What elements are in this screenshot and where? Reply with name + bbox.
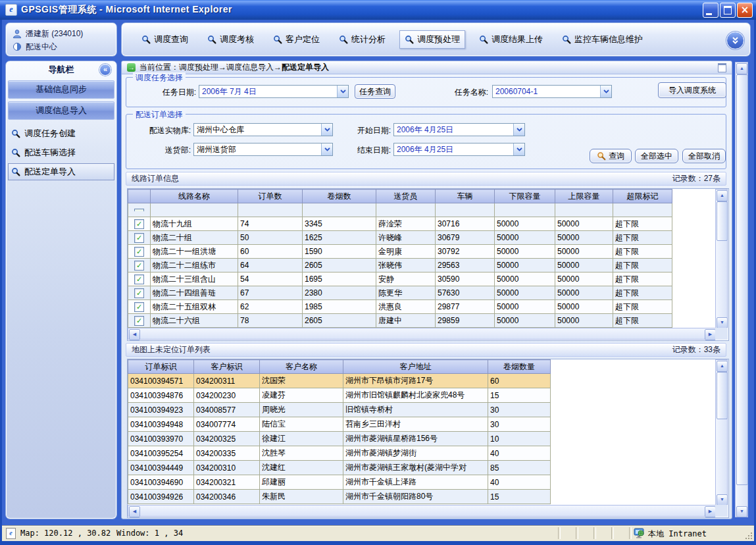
dropdown-arrow-icon[interactable] (321, 143, 332, 155)
close-button[interactable]: × (737, 3, 753, 18)
table-cell: 陆信宝 (260, 417, 343, 432)
row-checkbox[interactable]: ✓ (134, 288, 144, 298)
end-date-select[interactable]: 2006年 4月25日 (393, 143, 525, 156)
scroll-down-icon[interactable]: ▼ (717, 494, 728, 506)
order-table-area: 订单标识客户标识客户名称客户地址卷烟数量03410039457103420031… (127, 359, 729, 518)
dropdown-arrow-icon[interactable] (513, 143, 524, 155)
checkbox-clipped-icon (134, 209, 144, 211)
order-table-hscrollbar[interactable]: ◀ ▶ (128, 505, 716, 517)
table-row[interactable]: ✓物流二十组501625许晓峰306795000050000超下限 (128, 231, 672, 245)
row-checkbox[interactable]: ✓ (134, 219, 144, 229)
table-row[interactable]: 034100394923034008577周晓光旧馆镇寺桥村30 (128, 403, 551, 417)
scroll-up-icon[interactable]: ▲ (717, 361, 728, 372)
table-row[interactable]: 034100394876034200230凌建芬湖州市旧馆镇麒麟村北凌家兜48号… (128, 388, 551, 403)
scroll-down-icon[interactable]: ▼ (736, 506, 747, 517)
scroll-up-icon[interactable]: ▲ (717, 190, 728, 201)
scroll-left-icon[interactable]: ◀ (129, 329, 140, 340)
table-cell: 2380 (303, 286, 376, 300)
scrollbar-thumb[interactable] (736, 74, 748, 485)
table-row[interactable]: ✓物流二十四组善琏672380陈更华576305000050000超下限 (128, 286, 672, 300)
sidebar-collapse-button[interactable]: « (99, 64, 111, 76)
table-cell: 30 (488, 417, 551, 432)
sidebar-group-button[interactable]: 调度信息导入 (8, 101, 114, 120)
panel-collapse-icon[interactable] (718, 63, 726, 72)
table-row[interactable]: 034100394690034200321邱建丽湖州市千金镇上泽路40 (128, 475, 551, 490)
resize-grip[interactable] (745, 532, 753, 540)
scroll-down-icon[interactable]: ▼ (717, 317, 728, 328)
task-date-select[interactable]: 2006年 7月 4日 (199, 85, 349, 98)
row-checkbox[interactable]: ✓ (134, 261, 144, 271)
table-row[interactable]: 034100394948034007774陆信宝苕南乡三田洋村30 (128, 417, 551, 432)
minimize-button[interactable] (703, 3, 718, 18)
maximize-icon (724, 6, 732, 14)
table-cell: 034100394571 (128, 374, 194, 388)
table-cell: 50000 (555, 300, 613, 314)
column-header: 车辆 (436, 190, 495, 203)
table-row[interactable]: ✓物流二十五组双林621985洪惠良298775000050000超下限 (128, 300, 672, 314)
scroll-right-icon[interactable]: ▶ (705, 506, 716, 517)
dropdown-arrow-icon[interactable] (321, 124, 332, 136)
sidebar-item[interactable]: 调度任务创建 (8, 125, 114, 142)
table-cell: 50000 (495, 217, 555, 231)
row-checkbox[interactable]: ✓ (134, 302, 144, 312)
dropdown-arrow-icon[interactable] (600, 86, 611, 97)
dropdown-arrow-icon[interactable] (337, 86, 348, 97)
title-bar[interactable]: e GPSGIS管理系统 - Microsoft Internet Explor… (0, 0, 756, 20)
order-table-vscrollbar[interactable]: ▲ ▼ (715, 359, 728, 506)
toolbar-item-label: 监控车辆信息维护 (574, 34, 643, 45)
sidebar-item[interactable]: 配送车辆选择 (8, 144, 114, 161)
start-date-select[interactable]: 2006年 4月25日 (393, 123, 525, 136)
toolbar-collapse-button[interactable] (726, 32, 744, 49)
scroll-left-icon[interactable]: ◀ (129, 506, 140, 517)
task-query-button[interactable]: 任务查询 (355, 84, 395, 99)
route-table-vscrollbar[interactable]: ▲ ▼ (715, 189, 728, 328)
toolbar-item[interactable]: 统计分析 (334, 30, 391, 49)
table-cell: 湖州市千金镇上泽路 (343, 475, 488, 490)
table-row[interactable]: 034100395254034200335沈胜琴湖州市菱湖镇梦湖街40 (128, 446, 551, 461)
scrollbar-thumb[interactable] (717, 372, 728, 419)
table-header-row: 线路名称订单数卷烟数送货员车辆下限容量上限容量超限标记 (128, 190, 672, 203)
row-checkbox[interactable]: ✓ (134, 233, 144, 243)
toolbar-item[interactable]: 调度预处理 (399, 30, 465, 49)
table-row[interactable]: 034100394926034200346朱新民湖州市千金镇朝阳路80号15 (128, 490, 551, 504)
import-dispatch-button[interactable]: 导入调度系统 (658, 82, 726, 98)
table-row[interactable]: ✓物流二十三组含山541695安静305905000050000超下限 (128, 272, 672, 286)
warehouse-select[interactable]: 湖州中心仓库 (193, 123, 333, 136)
row-checkbox[interactable]: ✓ (134, 247, 144, 257)
select-all-button[interactable]: 全部选中 (635, 149, 678, 163)
checkbox-cell: ✓ (128, 272, 151, 286)
scroll-right-icon[interactable]: ▶ (705, 329, 716, 340)
table-row[interactable]: 034100393970034200325徐建江湖州市菱湖镇星桥路156号10 (128, 432, 551, 446)
table-row[interactable]: ✓物流二十二组练市642605张晓伟295635000050000超下限 (128, 259, 672, 272)
toolbar-item[interactable]: 调度结果上传 (474, 30, 548, 49)
sidebar-item[interactable]: 配送定单导入 (8, 163, 114, 180)
row-checkbox[interactable]: ✓ (134, 274, 144, 284)
route-table-hscrollbar[interactable]: ◀ ▶ (128, 328, 716, 340)
dropdown-arrow-icon[interactable] (513, 124, 524, 136)
table-row[interactable]: ✓物流二十一组洪塘601590金明康307925000050000超下限 (128, 245, 672, 259)
toolbar-item[interactable]: 客户定位 (268, 30, 325, 49)
delivery-dept-select[interactable]: 湖州送货部 (193, 143, 333, 156)
table-row[interactable]: ✓物流二十六组782605唐建中298595000050000超下限 (128, 314, 672, 328)
table-cell: 1590 (303, 245, 376, 259)
scrollbar-thumb[interactable] (717, 201, 728, 241)
scroll-up-icon[interactable]: ▲ (736, 63, 747, 74)
toolbar-item[interactable]: 调度考核 (202, 30, 259, 49)
toolbar-item[interactable]: 调度查询 (136, 30, 193, 49)
row-checkbox[interactable]: ✓ (134, 316, 144, 326)
table-cell: 物流二十六组 (151, 314, 238, 328)
table-cell: 苕南乡三田洋村 (343, 417, 488, 432)
map-coordinates: Map: 120.12 , 30.82 (20, 529, 111, 538)
table-row[interactable]: ✓物流十九组743345薛淦荣307165000050000超下限 (128, 217, 672, 231)
task-name-select[interactable]: 20060704-1 (492, 85, 612, 98)
table-row[interactable]: 034100394571034200311沈国荣湖州市下昂镇市河路17号60 (128, 374, 551, 388)
table-row[interactable]: 034100394449034200310沈建红湖州市菱湖镇王家墩村(菱湖中学对… (128, 461, 551, 475)
table-cell: 湖州市菱湖镇星桥路156号 (343, 432, 488, 446)
query-button[interactable]: 查询 (590, 149, 632, 163)
sidebar-group-button[interactable]: 基础信息同步 (8, 80, 114, 99)
toolbar-item[interactable]: 监控车辆信息维护 (557, 30, 648, 49)
statusbar-divider (611, 527, 614, 539)
deselect-all-button[interactable]: 全部取消 (682, 149, 726, 163)
maximize-button[interactable] (720, 3, 736, 18)
page-vscrollbar[interactable]: ▲ ▼ (735, 62, 748, 517)
